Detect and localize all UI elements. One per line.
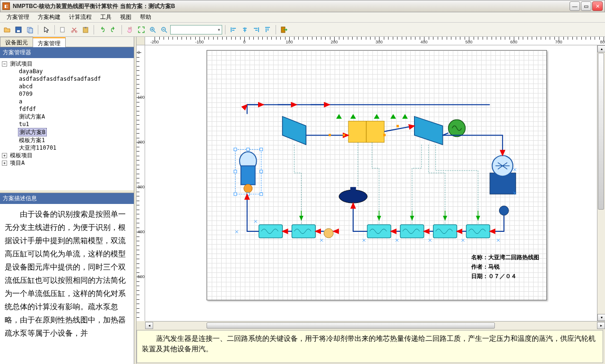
tree-sibling-label[interactable]: 模板项目 bbox=[9, 152, 34, 159]
save-icon[interactable] bbox=[13, 25, 24, 35]
svg-rect-29 bbox=[241, 166, 255, 185]
menu-view[interactable]: 视图 bbox=[116, 12, 135, 22]
open-icon[interactable] bbox=[2, 25, 12, 35]
left-panel: 设备图元 方案管理 方案管理器 − 测试项目 dayaBayasdfasdfas… bbox=[0, 37, 134, 364]
ruler-vertical: 0100200300400500 bbox=[137, 45, 145, 321]
tab-scheme-manage[interactable]: 方案管理 bbox=[33, 37, 66, 47]
info-author: 马锐 bbox=[488, 263, 500, 270]
scroll-up-icon[interactable]: ▴ bbox=[597, 45, 605, 52]
zoom-combo[interactable]: ▾ bbox=[170, 25, 222, 34]
tree-item-label[interactable]: 测试方案A bbox=[18, 113, 46, 120]
menu-scheme-manage[interactable]: 方案管理 bbox=[3, 12, 33, 22]
toolbar: ▾ bbox=[0, 23, 605, 37]
tree-sibling[interactable]: + 模板项目 bbox=[2, 152, 132, 159]
ruler-horizontal: -200-1000100200300400500600700800 bbox=[145, 37, 605, 45]
tree-item[interactable]: dayaBay bbox=[11, 68, 132, 75]
tree-item-label[interactable]: dayaBay bbox=[18, 68, 44, 75]
cut-icon[interactable] bbox=[58, 25, 68, 35]
svg-rect-35 bbox=[260, 170, 263, 173]
tree-item[interactable]: fdfdf bbox=[11, 105, 132, 113]
menu-tools[interactable]: 工具 bbox=[96, 12, 115, 22]
drawing-page[interactable]: 名称：大亚湾二回路热线图 作者：马锐 日期：０７／０４ bbox=[207, 50, 547, 300]
align-top-icon[interactable] bbox=[262, 25, 273, 35]
tree-root[interactable]: − 测试项目 bbox=[2, 60, 132, 68]
svg-rect-38 bbox=[260, 193, 263, 195]
svg-rect-40 bbox=[343, 134, 345, 136]
redo-icon[interactable] bbox=[108, 25, 119, 35]
info-name-label: 名称： bbox=[471, 254, 488, 261]
tree-item-label[interactable]: tu1 bbox=[18, 120, 30, 128]
tree-item[interactable]: abcd bbox=[11, 83, 132, 90]
pointer-icon[interactable] bbox=[41, 25, 52, 35]
scheme-desc-header: 方案描述信息 bbox=[0, 193, 134, 204]
info-author-label: 作者： bbox=[471, 263, 488, 270]
svg-rect-32 bbox=[247, 148, 250, 151]
expand-icon[interactable]: + bbox=[2, 161, 7, 166]
tree-item[interactable]: 测试方案A bbox=[11, 113, 132, 120]
tree-item-label[interactable]: 0709 bbox=[18, 90, 34, 98]
svg-rect-1 bbox=[17, 30, 20, 32]
tree-item-label[interactable]: 模板方案1 bbox=[18, 136, 46, 144]
chevron-down-icon: ▾ bbox=[218, 27, 220, 32]
tree-sibling[interactable]: + 项目A bbox=[2, 159, 132, 167]
align-center-icon[interactable] bbox=[240, 25, 250, 35]
svg-rect-41 bbox=[383, 134, 386, 136]
tree-item[interactable]: 大亚湾110701 bbox=[11, 144, 132, 152]
app-icon: ◧ bbox=[2, 2, 10, 10]
minimize-button[interactable]: — bbox=[570, 1, 580, 11]
paste-icon[interactable] bbox=[80, 25, 91, 35]
tree-item-label[interactable]: 大亚湾110701 bbox=[18, 144, 57, 152]
tree-root-label[interactable]: 测试项目 bbox=[9, 60, 34, 68]
svg-rect-21 bbox=[367, 225, 391, 238]
copy-icon[interactable] bbox=[25, 25, 35, 35]
tree-sibling-label[interactable]: 项目A bbox=[9, 159, 26, 167]
undo-icon[interactable] bbox=[97, 25, 107, 35]
tree-item[interactable]: tu1 bbox=[11, 120, 132, 128]
expand-icon[interactable]: + bbox=[2, 153, 7, 158]
tree-item[interactable]: asdfasdfasdfasdfsadfasdf bbox=[11, 75, 132, 83]
tree-item[interactable]: 0709 bbox=[11, 90, 132, 98]
tree-item-label[interactable]: asdfasdfasdfasdfsadfasdf bbox=[18, 75, 102, 83]
diagram-info: 名称：大亚湾二回路热线图 作者：马锐 日期：０７／０４ bbox=[471, 253, 539, 281]
menu-scheme-build[interactable]: 方案构建 bbox=[34, 12, 64, 22]
hand-icon[interactable] bbox=[125, 25, 135, 35]
zoom-in-icon[interactable] bbox=[147, 25, 158, 35]
align-right-icon[interactable] bbox=[251, 25, 261, 35]
tree-item-label[interactable]: abcd bbox=[18, 83, 34, 90]
tree-item-label[interactable]: fdfdf bbox=[18, 105, 37, 113]
svg-rect-42 bbox=[397, 125, 399, 127]
scheme-description: 由于设备的识别搜索是按照单一无分支主线进行的，为便于识别，根据设计手册中提到的黑… bbox=[0, 204, 134, 364]
zoom-out-icon[interactable] bbox=[159, 25, 169, 35]
svg-rect-20 bbox=[400, 225, 424, 238]
svg-rect-36 bbox=[234, 193, 237, 195]
menu-calc-flow[interactable]: 计算流程 bbox=[65, 12, 95, 22]
horizontal-scrollbar[interactable]: ◂ ▸ bbox=[145, 321, 605, 329]
svg-rect-34 bbox=[234, 170, 237, 173]
tree-item[interactable]: a bbox=[11, 98, 132, 105]
svg-point-26 bbox=[324, 229, 333, 238]
collapse-icon[interactable]: − bbox=[2, 61, 7, 67]
scissors-icon[interactable] bbox=[69, 25, 79, 35]
fit-icon[interactable] bbox=[136, 25, 147, 35]
tree-item-label[interactable]: 测试方案B bbox=[18, 128, 47, 136]
svg-rect-25 bbox=[259, 225, 283, 238]
menu-help[interactable]: 帮助 bbox=[136, 12, 155, 22]
scroll-right-icon[interactable]: ▸ bbox=[597, 322, 605, 329]
titlebar: ◧ NMPTBC-核动力装置热线图平衡计算软件 当前方案：测试方案B — ▭ ✕ bbox=[0, 0, 605, 12]
maximize-button[interactable]: ▭ bbox=[581, 1, 591, 11]
scheme-manager-header: 方案管理器 bbox=[0, 47, 134, 58]
tab-device-shapes[interactable]: 设备图元 bbox=[0, 37, 33, 47]
canvas-area[interactable]: 名称：大亚湾二回路热线图 作者：马锐 日期：０７／０４ bbox=[145, 45, 597, 321]
tree-item-label[interactable]: a bbox=[18, 98, 23, 105]
vertical-scrollbar[interactable]: ▴ ▾ bbox=[597, 45, 605, 321]
exit-icon[interactable] bbox=[279, 25, 289, 35]
scroll-left-icon[interactable]: ◂ bbox=[145, 322, 153, 329]
align-left-icon[interactable] bbox=[228, 25, 239, 35]
scheme-tree[interactable]: − 测试项目 dayaBayasdfasdfasdfasdfsadfasdfab… bbox=[0, 58, 134, 190]
close-button[interactable]: ✕ bbox=[592, 1, 603, 11]
info-date: ０７／０４ bbox=[488, 273, 517, 279]
svg-rect-33 bbox=[260, 148, 263, 151]
scroll-down-icon[interactable]: ▾ bbox=[597, 314, 605, 321]
tree-item[interactable]: 模板方案1 bbox=[11, 136, 132, 144]
tree-item[interactable]: 测试方案B bbox=[11, 128, 132, 136]
